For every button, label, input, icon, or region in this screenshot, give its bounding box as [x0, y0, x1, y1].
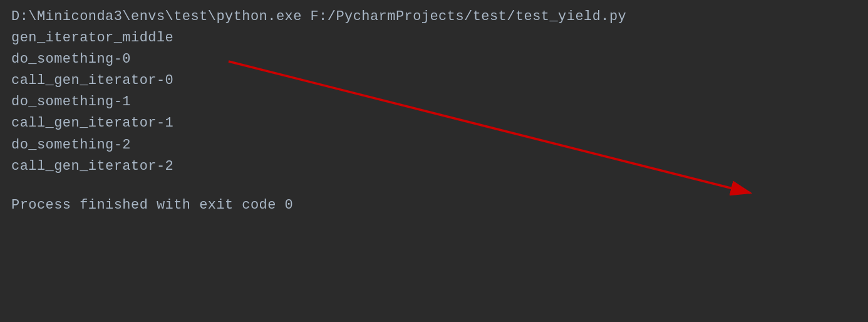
output-line-7: call_gen_iterator-2	[11, 156, 857, 177]
process-line: Process finished with exit code 0	[11, 195, 857, 216]
output-line-3: call_gen_iterator-0	[11, 70, 857, 91]
output-line-1: gen_iterator_middle	[11, 28, 857, 49]
output-line-4: do_something-1	[11, 91, 857, 113]
output-line-5: call_gen_iterator-1	[11, 113, 857, 134]
output-line-2: do_something-0	[11, 49, 857, 70]
command-line: D:\Miniconda3\envs\test\python.exe F:/Py…	[11, 6, 857, 28]
output-line-6: do_something-2	[11, 135, 857, 156]
terminal-window: D:\Miniconda3\envs\test\python.exe F:/Py…	[0, 0, 868, 322]
